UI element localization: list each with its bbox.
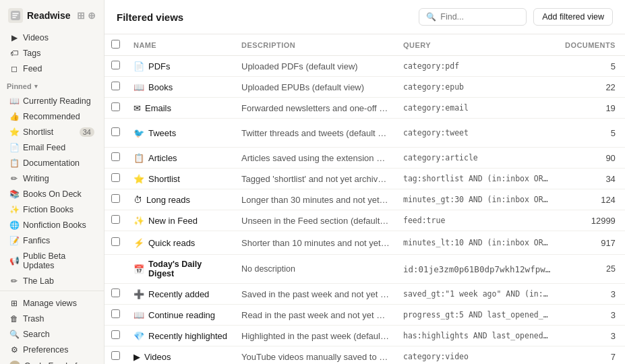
row-checkbox[interactable] [111,152,120,161]
row-type-icon: ⚡ [133,238,144,248]
header-last-updated: LAST UPDATED [622,34,625,56]
row-checkbox[interactable] [111,289,120,297]
row-name[interactable]: Long reads [146,195,190,205]
row-description-cell: Uploaded EPUBs (default view) [235,77,396,98]
row-updated-cell: 5 days ago [622,305,625,326]
sidebar-item-the-lab[interactable]: ✏ The Lab [3,274,101,289]
row-name[interactable]: Recently added [148,289,209,299]
table-row: 🐦TweetsTwitter threads and tweets (defau… [105,119,625,148]
row-documents-cell: 3 [558,305,622,326]
sidebar-item-writing[interactable]: ✏ Writing [3,171,101,186]
row-checkbox[interactable] [111,173,120,182]
sidebar-item-email-feed[interactable]: 📄 Email Feed [3,140,101,155]
sidebar-item-books-on-deck[interactable]: 📚 Books On Deck [3,187,101,202]
sidebar-item-user[interactable]: CF Cayla Fronhofer [3,358,101,364]
sidebar-item-documentation[interactable]: 📋 Documentation [3,156,101,171]
sidebar-item-label: Feed [23,64,94,73]
sidebar-item-recommended[interactable]: 👍 Recommended [3,109,101,124]
row-name[interactable]: Recently highlighted [148,331,227,341]
pinned-chevron: ▾ [34,83,38,90]
sidebar-item-search[interactable]: 🔍 Search [3,327,101,342]
row-updated-cell: 8 days ago [622,148,625,169]
row-checkbox[interactable] [111,102,120,111]
row-name[interactable]: Articles [148,153,177,163]
row-query-cell: tag:shortlist AND (in:inbox OR in:later) [396,169,558,189]
row-type-icon: ⏱ [133,195,142,205]
sidebar-item-public-beta-updates[interactable]: 📢 Public Beta Updates [3,249,101,273]
row-name[interactable]: New in Feed [148,216,198,226]
sidebar-item-fanfics[interactable]: 📝 Fanfics [3,233,101,248]
sidebar-item-tags[interactable]: 🏷 Tags [3,46,101,61]
sidebar-item-label: Preferences [23,345,94,355]
sidebar-item-videos[interactable]: ▶ Videos [3,30,101,45]
row-checkbox-cell [105,210,127,231]
row-updated-cell: 8 months ago [622,346,625,365]
sidebar-item-label: Writing [23,174,94,183]
row-query-cell: progress_gt:5 AND last_opened_after:"1 w… [396,305,558,326]
row-name[interactable]: Videos [144,352,171,362]
row-name[interactable]: Tweets [148,128,176,138]
row-type-icon: 📅 [133,264,144,274]
row-name[interactable]: Emails [145,103,171,113]
table-row: ✉EmailsForwarded newsletters and one-off… [105,98,625,119]
row-checkbox[interactable] [111,194,120,203]
sidebar-item-manage-views[interactable]: ⊞ Manage views [3,296,101,311]
row-checkbox[interactable] [111,237,120,246]
sidebar-top-items: ▶ Videos 🏷 Tags ◻ Feed [0,28,104,78]
page-title: Filtered views [117,11,183,23]
row-name[interactable]: Shortlist [148,174,180,184]
star-icon: ⭐ [9,127,19,137]
sidebar-item-trash[interactable]: 🗑 Trash [3,311,101,326]
sidebar-item-shortlist[interactable]: ⭐ Shortlist 34 [3,125,101,140]
select-all-checkbox[interactable] [111,40,120,49]
row-name[interactable]: PDFs [148,61,171,71]
sidebar-item-preferences[interactable]: ⚙ Preferences [3,342,101,357]
table-row: 📄PDFsUploaded PDFs (default view)categor… [105,56,625,77]
header-name: NAME [127,34,235,56]
search-input[interactable] [440,12,519,22]
table-header-row: NAME DESCRIPTION QUERY DOCUMENTS LAST UP… [105,34,625,56]
book-open-icon: 📖 [9,96,19,106]
sidebar-item-fiction-books[interactable]: ✨ Fiction Books [3,202,101,217]
sidebar-item-label: Tags [23,49,94,58]
add-icon[interactable]: ⊕ [88,10,96,21]
row-checkbox[interactable] [111,61,120,69]
sidebar-item-nonfiction-books[interactable]: 🌐 Nonfiction Books [3,218,101,233]
row-name[interactable]: Continue reading [148,310,215,320]
sidebar-collapse-icon[interactable]: ⊞ [77,10,85,21]
row-checkbox[interactable] [111,330,120,339]
add-filtered-view-button[interactable]: Add filtered view [533,8,613,26]
sidebar-item-label: Videos [23,33,94,42]
row-type-icon: ✨ [133,216,144,226]
row-name[interactable]: Quick reads [148,238,195,248]
pinned-group-label[interactable]: Pinned ▾ [0,78,104,92]
row-query-cell: category:article [396,148,558,169]
sparkle-icon: ✨ [9,205,19,214]
row-checkbox[interactable] [111,351,120,360]
row-checkbox-cell [105,119,127,148]
row-name-cell: ⏱Long reads [127,189,235,210]
app-logo: Readwise ⊞ ⊕ [0,0,104,28]
row-name[interactable]: Books [148,82,173,92]
row-documents-cell: 12999 [558,210,622,231]
row-updated-cell: about 2 hours ago [622,255,625,284]
row-documents-cell: 25 [558,255,622,284]
row-checkbox-cell [105,56,127,77]
row-name[interactable]: Today's Daily Digest [148,260,228,278]
row-query-cell: minutes_gt:30 AND (in:inbox OR in:later) [396,189,558,210]
sidebar-item-feed[interactable]: ◻ Feed [3,61,101,76]
row-checkbox[interactable] [111,127,120,136]
row-checkbox[interactable] [111,82,120,90]
row-checkbox[interactable] [111,309,120,318]
row-name-cell: 📖Books [127,77,235,98]
shortlist-badge: 34 [80,127,94,137]
sidebar-item-currently-reading[interactable]: 📖 Currently Reading [3,94,101,109]
lab-icon: ✏ [9,276,19,286]
sidebar-item-label: Shortlist [23,127,76,137]
row-name-cell: 🐦Tweets [127,119,235,148]
row-checkbox[interactable] [111,215,120,224]
row-documents-cell: 917 [558,231,622,255]
sidebar-bottom: ⊞ Manage views 🗑 Trash 🔍 Search ⚙ Prefer… [0,291,104,364]
row-updated-cell: ✏⚙🗑 [622,231,625,255]
row-type-icon: ✉ [133,103,141,113]
